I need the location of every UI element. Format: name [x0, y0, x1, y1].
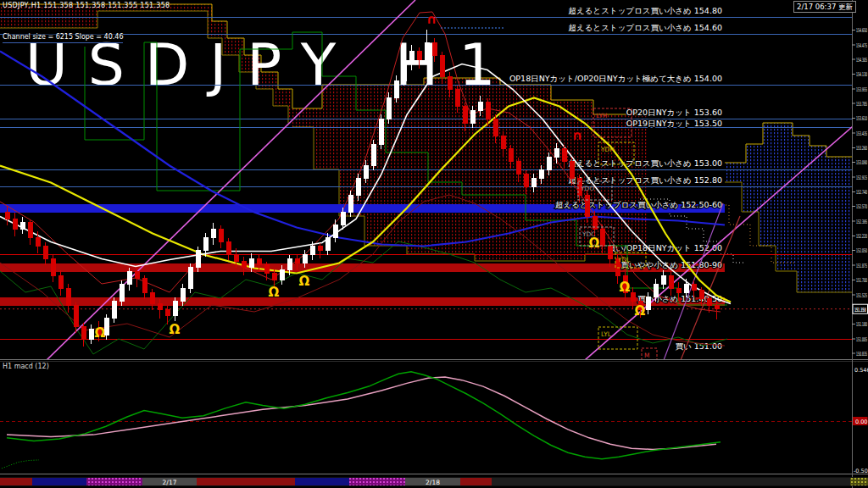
price-axis-label: 154.475	[856, 42, 867, 49]
candle	[272, 274, 276, 280]
sell-signal-marker: ∩	[426, 12, 437, 27]
buy-signal-marker: Ω	[95, 325, 106, 341]
candle	[547, 158, 551, 170]
price-axis-label: 153.785	[856, 101, 867, 108]
candle	[707, 299, 711, 306]
level-annotation: 買い 151.00	[676, 341, 722, 351]
current-price-label: 151.358	[854, 307, 866, 313]
candle	[58, 276, 63, 289]
candle	[531, 179, 536, 187]
candle	[379, 119, 383, 145]
price-axis-label: 152.570	[856, 203, 867, 210]
price-axis-label: 151.525	[856, 292, 867, 299]
price-axis-label: 152.740	[856, 189, 867, 196]
mt4-chart-window: USDJPY H1超えるとストップロス買い小さめ 154.80超えるとストップロ…	[0, 0, 868, 488]
candle	[158, 304, 162, 310]
price-axis-label: 154.130	[856, 71, 867, 78]
level-annotation: 超えるとストップロス買い小さめ 152.80	[569, 175, 722, 185]
candle	[409, 52, 414, 64]
candle	[715, 306, 719, 309]
pivot-tag-label: YDC	[581, 230, 596, 238]
candle	[387, 98, 391, 119]
macd-axis-max: 0.546	[854, 367, 868, 374]
candle	[478, 103, 482, 111]
candle	[66, 289, 70, 306]
candle	[646, 297, 650, 310]
level-annotation: 超えるとストップロス買い小さめ 154.80	[569, 6, 722, 15]
candle	[249, 259, 253, 268]
candle	[226, 242, 231, 255]
candle	[539, 170, 543, 179]
level-annotation: OP20日NYカット 153.60	[626, 108, 722, 117]
pivot-tag-label: M	[644, 352, 649, 359]
price-axis[interactable]: 154.650154.475154.305154.130153.955153.7…	[852, 27, 868, 484]
candle	[74, 306, 78, 327]
buy-signal-marker: Ω	[635, 303, 646, 319]
date-label: 2/17	[163, 479, 177, 486]
candle	[440, 56, 444, 77]
candle	[150, 293, 154, 304]
candle	[234, 255, 238, 262]
macd-axis-zero: 0.00	[855, 419, 867, 425]
candle	[5, 213, 9, 219]
price-axis-label: 153.955	[856, 86, 867, 93]
candle	[554, 149, 559, 158]
candle	[165, 310, 170, 316]
channel-info-label: Channel size = 6215 Slope = 40.46	[3, 33, 123, 43]
ichimoku-cloud	[725, 123, 852, 292]
level-annotation: 超えるとストップロス買い小さめ 154.60	[569, 23, 722, 32]
session-segment	[295, 478, 349, 485]
session-segment	[0, 478, 32, 485]
candle	[570, 162, 574, 179]
price-axis-label: 154.650	[856, 27, 867, 34]
candle	[356, 179, 360, 196]
candle	[333, 225, 337, 238]
candle	[402, 64, 406, 81]
candle	[89, 330, 93, 340]
candle	[676, 289, 681, 293]
candle	[242, 262, 246, 268]
candle	[608, 247, 612, 259]
candle	[470, 111, 475, 124]
candle	[295, 259, 299, 263]
candle	[684, 285, 688, 293]
candle	[699, 291, 704, 299]
candle	[486, 103, 490, 119]
symbol-ohlc-line: USDJPY,H1 151.358 151.358 151.355 151.35…	[3, 2, 170, 9]
candle	[509, 149, 513, 162]
candle	[318, 247, 322, 251]
level-annotation: 超えるとストップロス買い小さめ 153.00	[569, 158, 722, 168]
candle	[188, 268, 192, 289]
candle	[211, 230, 215, 238]
macd-layer	[0, 372, 852, 469]
chart-canvas[interactable]: USDJPY H1超えるとストップロス買い小さめ 154.80超えるとストップロ…	[0, 0, 868, 488]
candle	[432, 43, 437, 56]
candle	[448, 77, 452, 90]
candle	[127, 272, 131, 285]
price-axis-label: 151.180	[856, 321, 867, 328]
candle	[516, 162, 520, 175]
price-axis-label: 153.260	[856, 145, 867, 152]
buy-signal-marker: Ω	[299, 274, 310, 289]
candle	[280, 270, 284, 280]
date-label: 2/18	[426, 479, 440, 486]
candle	[181, 289, 185, 302]
candle	[501, 136, 505, 149]
session-segment	[32, 478, 86, 485]
session-segment	[86, 478, 142, 485]
candle	[219, 230, 223, 242]
price-axis-label: 151.875	[856, 263, 867, 269]
candle	[13, 219, 17, 230]
level-band[interactable]	[0, 297, 725, 306]
candle	[81, 327, 86, 340]
candle	[264, 265, 269, 274]
candle	[112, 302, 116, 319]
price-axis-label: 153.090	[856, 159, 867, 166]
session-segment	[349, 478, 405, 485]
candle	[463, 107, 467, 124]
buy-signal-marker: Ω	[170, 322, 181, 337]
price-axis-label: 152.220	[856, 233, 867, 240]
candle	[455, 90, 459, 107]
macd-dotted-tail	[2, 460, 39, 469]
level-annotation: OP19日NYカット 153.50	[626, 119, 722, 128]
